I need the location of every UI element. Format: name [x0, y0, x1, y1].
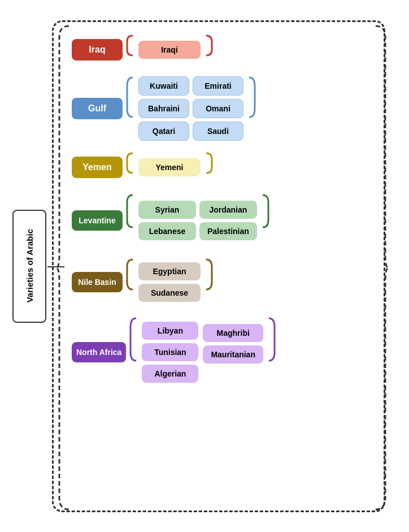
- qatari-chip: Qatari: [138, 122, 189, 141]
- gulf-left-bracket: [123, 75, 138, 142]
- main-container: Varieties of Arabic Iraq Iraqi Gulf: [7, 9, 402, 524]
- omani-chip: Omani: [193, 99, 243, 118]
- syrian-chip: Syrian: [138, 201, 196, 219]
- emirati-chip: Emirati: [193, 76, 243, 96]
- northafrica-right-bracket: [263, 315, 279, 389]
- yemen-right-bracket: [201, 150, 216, 184]
- nilebasin-left-bracket: [123, 257, 138, 308]
- varieties-label: Varieties of Arabic: [25, 229, 34, 302]
- gulf-row: Gulf Kuwaiti Emirati Bahraini Omani Qata…: [72, 75, 360, 142]
- saudi-chip: Saudi: [193, 122, 243, 141]
- iraq-label: Iraq: [72, 39, 123, 60]
- levantine-row: Levantine Syrian Jordanian Lebanese Pale…: [72, 192, 360, 249]
- northafrica-left-bracket: [126, 315, 142, 389]
- bahraini-chip: Bahraini: [138, 99, 189, 118]
- levantine-label: Levantine: [72, 210, 123, 231]
- lebanese-chip: Lebanese: [138, 222, 196, 240]
- libyan-chip: Libyan: [142, 322, 198, 340]
- palestinian-chip: Palestinian: [199, 222, 257, 240]
- levantine-right-bracket: [257, 192, 273, 249]
- yemen-row: Yemen Yemeni: [72, 150, 360, 184]
- algerian-chip: Algerian: [142, 365, 198, 383]
- iraq-right-bracket: [201, 33, 216, 67]
- right-outer-bracket: [373, 20, 390, 515]
- iraq-left-bracket: [123, 33, 138, 67]
- nilebasin-right-bracket: [201, 257, 216, 308]
- iraq-row: Iraq Iraqi: [72, 33, 360, 67]
- levantine-left-bracket: [123, 192, 138, 249]
- egyptian-chip: Egyptian: [138, 262, 201, 280]
- gulf-right-bracket: [243, 75, 259, 142]
- iraqi-chip: Iraqi: [138, 41, 201, 59]
- nilebasin-row: Nile Basin Egyptian Sudanese: [72, 257, 360, 308]
- northafrica-label: North Africa: [72, 342, 126, 362]
- yemen-left-bracket: [123, 150, 138, 184]
- yemeni-chip: Yemeni: [138, 158, 201, 176]
- northafrica-row: North Africa Libyan Tunisian Algerian Ma…: [72, 315, 360, 389]
- mauritanian-chip: Mauritanian: [203, 345, 263, 364]
- yemen-label: Yemen: [72, 157, 123, 178]
- sudanese-chip: Sudanese: [138, 284, 201, 302]
- jordanian-chip: Jordanian: [199, 201, 257, 219]
- nilebasin-label: Nile Basin: [72, 272, 123, 292]
- tunisian-chip: Tunisian: [142, 343, 198, 361]
- maghribi-chip: Maghribi: [203, 324, 263, 342]
- gulf-label: Gulf: [72, 98, 123, 119]
- kuwaiti-chip: Kuwaiti: [138, 76, 189, 96]
- varieties-label-box: Varieties of Arabic: [12, 210, 46, 323]
